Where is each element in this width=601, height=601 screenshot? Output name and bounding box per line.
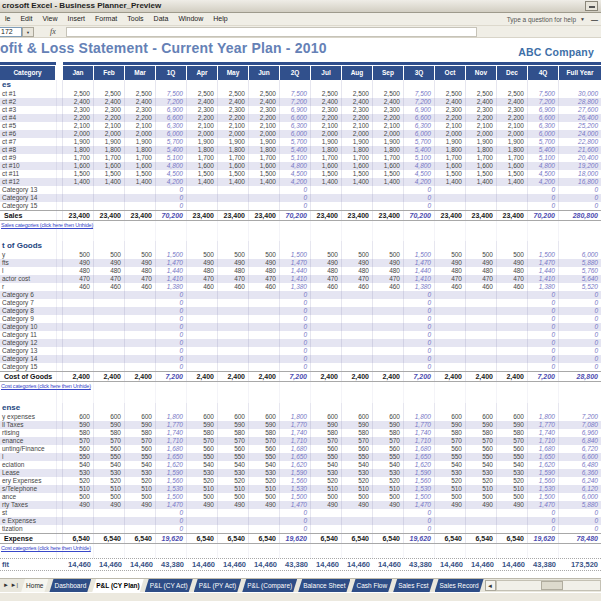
- cell[interactable]: 6,900: [280, 106, 311, 114]
- cell[interactable]: 2,200: [249, 114, 280, 122]
- cell[interactable]: [497, 363, 528, 371]
- cell[interactable]: 43,380: [528, 559, 559, 570]
- cell[interactable]: 5,400: [404, 146, 435, 154]
- cell[interactable]: 2,000: [497, 130, 528, 138]
- cell[interactable]: 530: [187, 469, 218, 477]
- col-header-oct[interactable]: Oct: [435, 66, 466, 80]
- cell[interactable]: [373, 347, 404, 355]
- cell[interactable]: 23,400: [249, 211, 280, 220]
- cell[interactable]: 6,720: [559, 445, 601, 453]
- cell[interactable]: 2,500: [63, 90, 94, 98]
- cell[interactable]: [311, 363, 342, 371]
- cell[interactable]: 14,460: [125, 559, 156, 570]
- cell[interactable]: [497, 80, 528, 90]
- cell[interactable]: 5,760: [559, 267, 601, 275]
- cell[interactable]: [187, 221, 218, 229]
- cell[interactable]: [187, 347, 218, 355]
- cell[interactable]: [218, 323, 249, 331]
- cell[interactable]: [342, 339, 373, 347]
- cell[interactable]: 7,200: [156, 98, 187, 106]
- cell[interactable]: 5,400: [156, 146, 187, 154]
- cell[interactable]: [218, 363, 249, 371]
- cell[interactable]: [187, 363, 218, 371]
- cell[interactable]: 500: [63, 493, 94, 501]
- cell[interactable]: 0: [559, 525, 601, 533]
- cell[interactable]: 1,800: [94, 146, 125, 154]
- cell[interactable]: 7,200: [528, 372, 559, 381]
- cell[interactable]: 7,080: [559, 421, 601, 429]
- cell[interactable]: 480: [311, 267, 342, 275]
- cell[interactable]: 470: [125, 275, 156, 283]
- cell[interactable]: 0: [528, 525, 559, 533]
- cell[interactable]: 1,530: [156, 485, 187, 493]
- cell[interactable]: [373, 202, 404, 210]
- cell[interactable]: [559, 403, 601, 413]
- cell[interactable]: 500: [497, 493, 528, 501]
- cell[interactable]: [218, 202, 249, 210]
- cell[interactable]: 2,400: [435, 98, 466, 106]
- cell[interactable]: [280, 382, 311, 390]
- cell[interactable]: 1,380: [528, 283, 559, 291]
- cell[interactable]: [311, 80, 342, 90]
- cell[interactable]: 500: [466, 251, 497, 259]
- cell[interactable]: [342, 241, 373, 251]
- cell[interactable]: [125, 347, 156, 355]
- cell[interactable]: 1,620: [528, 461, 559, 469]
- cell[interactable]: 510: [63, 485, 94, 493]
- cell[interactable]: [342, 355, 373, 363]
- cell[interactable]: [311, 403, 342, 413]
- cell[interactable]: 2,000: [466, 130, 497, 138]
- cell[interactable]: 0: [404, 339, 435, 347]
- cell[interactable]: [218, 291, 249, 299]
- cell[interactable]: 26,400: [559, 114, 601, 122]
- cell[interactable]: 500: [125, 251, 156, 259]
- cell[interactable]: 480: [63, 267, 94, 275]
- cell[interactable]: 6,000: [156, 130, 187, 138]
- cell[interactable]: 490: [435, 259, 466, 267]
- cell[interactable]: 480: [249, 267, 280, 275]
- cell[interactable]: 5,700: [280, 138, 311, 146]
- cell[interactable]: [373, 221, 404, 229]
- cell[interactable]: 1,530: [280, 485, 311, 493]
- cell[interactable]: 6,540: [187, 534, 218, 543]
- cell[interactable]: 2,100: [497, 122, 528, 130]
- cell[interactable]: 490: [497, 501, 528, 509]
- cell[interactable]: 520: [63, 477, 94, 485]
- cell[interactable]: 0: [559, 355, 601, 363]
- cell[interactable]: [497, 202, 528, 210]
- cell[interactable]: 0: [528, 363, 559, 371]
- cell[interactable]: 2,100: [187, 122, 218, 130]
- cell[interactable]: [342, 517, 373, 525]
- cell[interactable]: [218, 241, 249, 251]
- menu-window[interactable]: Window: [173, 13, 208, 25]
- cell[interactable]: [94, 241, 125, 251]
- cell[interactable]: 5,100: [404, 154, 435, 162]
- cell[interactable]: 490: [187, 501, 218, 509]
- cell[interactable]: 2,100: [249, 122, 280, 130]
- cell[interactable]: [94, 315, 125, 323]
- cell[interactable]: 2,000: [218, 130, 249, 138]
- cell[interactable]: [249, 331, 280, 339]
- cell[interactable]: 5,880: [559, 501, 601, 509]
- cell[interactable]: 510: [311, 485, 342, 493]
- cell[interactable]: 490: [249, 259, 280, 267]
- sheet-tab-sales-fcst[interactable]: Sales Fcst: [393, 579, 433, 592]
- cell[interactable]: [280, 221, 311, 229]
- cell[interactable]: [466, 299, 497, 307]
- cell[interactable]: 4,200: [156, 178, 187, 186]
- cell[interactable]: 470: [311, 275, 342, 283]
- cell[interactable]: [249, 525, 280, 533]
- cell[interactable]: 560: [435, 445, 466, 453]
- cell[interactable]: 0: [280, 517, 311, 525]
- col-header-mar[interactable]: Mar: [125, 66, 156, 80]
- cell[interactable]: 600: [63, 413, 94, 421]
- cell[interactable]: 7,200: [559, 413, 601, 421]
- cell[interactable]: 1,700: [249, 154, 280, 162]
- cell[interactable]: 550: [125, 453, 156, 461]
- cell[interactable]: [373, 403, 404, 413]
- cell[interactable]: 490: [311, 501, 342, 509]
- cell[interactable]: [373, 323, 404, 331]
- cell[interactable]: 1,500: [528, 493, 559, 501]
- cell[interactable]: [373, 241, 404, 251]
- cell[interactable]: [311, 390, 342, 403]
